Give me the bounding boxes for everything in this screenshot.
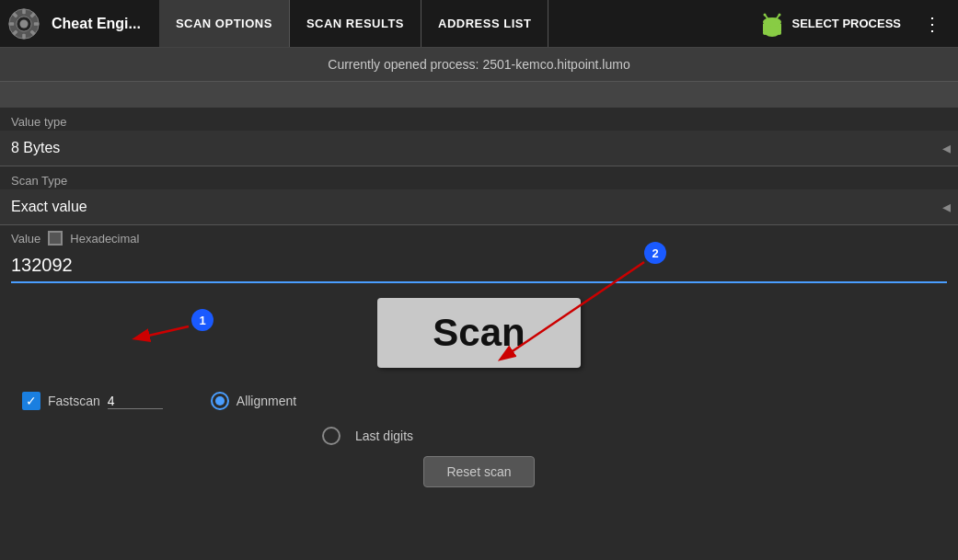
content-area: Value type 8 Bytes ◂ Scan Type Exact val… [0, 108, 958, 495]
scan-type-row[interactable]: Exact value ◂ [0, 189, 958, 225]
nav-tabs: SCAN OPTIONS SCAN RESULTS ADDRESS LIST [159, 0, 746, 47]
svg-point-19 [763, 17, 781, 27]
tab-address-list[interactable]: ADDRESS LIST [421, 0, 548, 47]
process-text: Currently opened process: 2501-kemco.hit… [328, 57, 629, 72]
value-input-container [0, 247, 958, 283]
select-process-button[interactable]: SELECT PROCESS [746, 0, 914, 47]
scan-type-dropdown-arrow: ◂ [942, 197, 951, 217]
top-navigation: Cheat Engi... SCAN OPTIONS SCAN RESULTS … [0, 0, 958, 48]
alignment-radio[interactable] [211, 392, 229, 410]
alignment-option[interactable]: Allignment [211, 392, 296, 410]
value-type-label: Value type [0, 108, 958, 131]
fastscan-input[interactable] [108, 394, 163, 409]
reset-area: Reset scan [0, 449, 958, 495]
more-options-button[interactable]: ⋮ [914, 0, 951, 47]
reset-scan-button[interactable]: Reset scan [423, 456, 534, 487]
scan-button-area: Scan [0, 283, 958, 379]
last-digits-label: Last digits [355, 429, 413, 443]
hexadecimal-label: Hexadecimal [70, 232, 139, 246]
value-type-row[interactable]: 8 Bytes ◂ [0, 131, 958, 166]
scan-type-value: Exact value [11, 199, 87, 215]
fastscan-label: Fastscan [48, 394, 100, 408]
svg-rect-3 [22, 8, 26, 13]
fastscan-row: ✓ Fastscan [11, 388, 174, 414]
svg-point-18 [778, 13, 780, 16]
svg-point-2 [20, 19, 29, 28]
svg-point-17 [763, 13, 766, 16]
value-input[interactable] [11, 251, 947, 283]
svg-rect-9 [9, 22, 14, 26]
value-options-row: Value Hexadecimal [0, 225, 958, 247]
value-type-dropdown-arrow: ◂ [942, 138, 951, 158]
last-digits-radio[interactable] [322, 427, 340, 445]
app-logo [7, 7, 40, 40]
app-title: Cheat Engi... [52, 16, 141, 32]
process-bar: Currently opened process: 2501-kemco.hit… [0, 48, 958, 82]
section-divider [0, 82, 958, 108]
last-digits-row: Last digits [0, 423, 958, 449]
select-process-label: SELECT PROCESS [792, 17, 901, 30]
scan-type-label: Scan Type [0, 166, 958, 189]
svg-rect-5 [34, 22, 39, 26]
hexadecimal-checkbox[interactable] [48, 231, 63, 246]
fastscan-checkbox[interactable]: ✓ [22, 392, 40, 410]
gear-icon [7, 7, 40, 40]
tab-scan-results[interactable]: SCAN RESULTS [290, 0, 421, 47]
svg-rect-20 [763, 30, 767, 35]
alignment-label: Allignment [237, 394, 296, 408]
value-label: Value [11, 232, 40, 246]
svg-rect-21 [778, 30, 781, 35]
tab-scan-options[interactable]: SCAN OPTIONS [159, 0, 290, 47]
android-icon [759, 11, 785, 37]
options-row: ✓ Fastscan Allignment [0, 379, 958, 423]
value-type-value: 8 Bytes [11, 140, 60, 156]
svg-rect-7 [22, 33, 26, 38]
scan-button[interactable]: Scan [377, 298, 580, 368]
